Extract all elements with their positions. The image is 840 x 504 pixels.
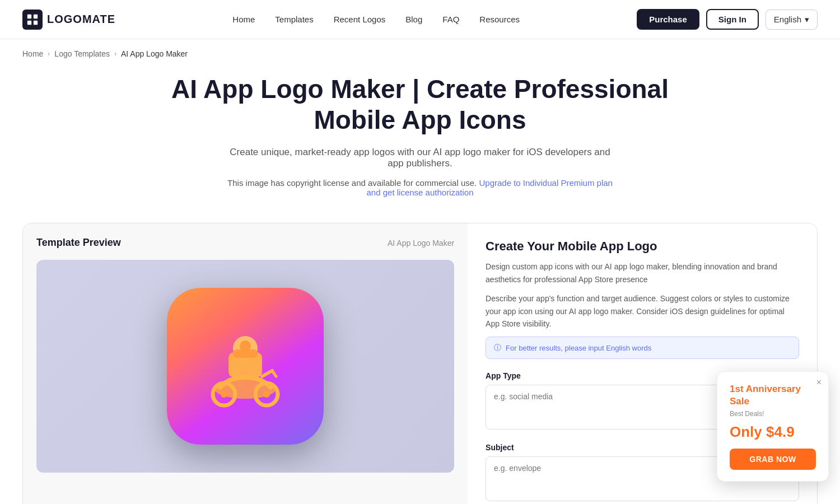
logo-icon xyxy=(22,10,43,30)
popup-title: 1st Anniversary Sale xyxy=(730,383,816,408)
tip-box: ⓘ For better results, please input Engli… xyxy=(486,337,799,359)
popup-price: Only $4.9 xyxy=(730,423,816,441)
nav-recent-logos[interactable]: Recent Logos xyxy=(334,15,386,24)
form-desc-1: Design custom app icons with our AI app … xyxy=(486,260,799,286)
main-content: Template Preview AI App Logo Maker xyxy=(22,223,818,504)
logo-svg xyxy=(26,13,39,26)
tip-text: For better results, please input English… xyxy=(506,344,651,352)
breadcrumb-chevron-2: › xyxy=(114,50,116,58)
panel-title: Template Preview xyxy=(36,237,121,249)
breadcrumb: Home › Logo Templates › AI App Logo Make… xyxy=(0,39,840,68)
nav-templates[interactable]: Templates xyxy=(275,15,313,24)
info-icon: ⓘ xyxy=(494,343,501,353)
template-preview-panel: Template Preview AI App Logo Maker xyxy=(23,223,468,504)
svg-rect-3 xyxy=(34,20,38,24)
hero-title: AI App Logo Maker | Create Professional … xyxy=(168,74,672,136)
preview-image-container xyxy=(36,260,454,473)
svg-point-12 xyxy=(263,391,270,398)
svg-rect-0 xyxy=(27,14,31,18)
app-icon-preview xyxy=(167,288,324,445)
nav-resources[interactable]: Resources xyxy=(479,15,520,24)
svg-rect-1 xyxy=(34,14,38,18)
panel-subtitle: AI App Logo Maker xyxy=(388,239,454,248)
popup-close-button[interactable]: × xyxy=(816,377,822,388)
svg-rect-7 xyxy=(233,349,258,358)
nav-links: Home Templates Recent Logos Blog FAQ Res… xyxy=(232,15,520,24)
logo-text: LOGOMATE xyxy=(47,13,115,26)
form-title: Create Your Mobile App Logo xyxy=(486,239,799,254)
nav-blog[interactable]: Blog xyxy=(405,15,422,24)
logo[interactable]: LOGOMATE xyxy=(22,10,115,30)
nav-right: Purchase Sign In English ▾ xyxy=(637,9,818,30)
svg-line-14 xyxy=(272,371,276,376)
nav-home[interactable]: Home xyxy=(232,15,255,24)
chevron-down-icon: ▾ xyxy=(805,15,809,25)
signin-button[interactable]: Sign In xyxy=(706,9,759,30)
svg-line-13 xyxy=(262,371,272,376)
svg-rect-2 xyxy=(27,20,31,24)
panel-header: Template Preview AI App Logo Maker xyxy=(36,237,454,249)
purchase-button[interactable]: Purchase xyxy=(637,9,699,30)
grab-now-button[interactable]: GRAB NOW xyxy=(730,449,816,470)
anniversary-popup: × 1st Anniversary Sale Best Deals! Only … xyxy=(717,371,829,482)
nav-faq[interactable]: FAQ xyxy=(442,15,459,24)
navbar: LOGOMATE Home Templates Recent Logos Blo… xyxy=(0,0,840,39)
breadcrumb-current: AI App Logo Maker xyxy=(121,49,188,58)
breadcrumb-chevron-1: › xyxy=(48,50,50,58)
form-desc-2: Describe your app's function and target … xyxy=(486,292,799,330)
popup-subtitle: Best Deals! xyxy=(730,410,816,418)
language-label: English xyxy=(774,15,801,24)
breadcrumb-home[interactable]: Home xyxy=(22,49,43,58)
svg-point-10 xyxy=(221,391,227,398)
license-notice: This image has copyright license and ava… xyxy=(224,178,616,197)
hero-subtitle: Create unique, market-ready app logos wi… xyxy=(224,147,616,169)
language-selector[interactable]: English ▾ xyxy=(766,10,818,30)
scooter-icon xyxy=(189,310,301,422)
hero-section: AI App Logo Maker | Create Professional … xyxy=(0,68,840,223)
breadcrumb-templates[interactable]: Logo Templates xyxy=(54,49,110,58)
